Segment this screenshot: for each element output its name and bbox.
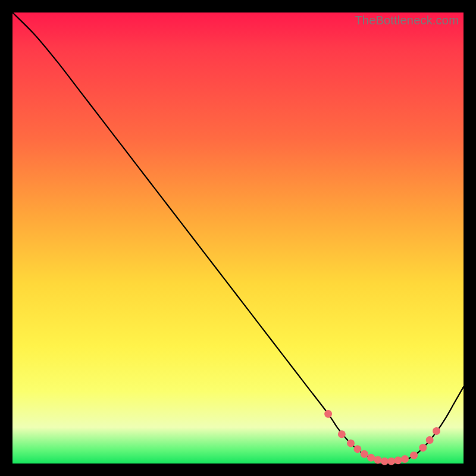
- plot-area: TheBottleneck.com: [12, 12, 464, 464]
- highlight-dot: [367, 454, 375, 462]
- curve-layer: [12, 12, 464, 464]
- highlight-dot: [419, 444, 427, 452]
- highlight-dot: [401, 455, 409, 463]
- highlight-dot: [410, 452, 418, 459]
- highlight-dot: [324, 410, 332, 418]
- highlight-dot: [433, 427, 440, 435]
- highlight-dot: [426, 436, 434, 444]
- highlight-dot: [353, 445, 361, 453]
- highlight-dot: [338, 430, 346, 438]
- highlight-dot: [361, 450, 368, 458]
- highlight-dot: [381, 458, 389, 465]
- highlight-dot: [387, 458, 395, 465]
- highlight-dot: [394, 456, 402, 464]
- chart-frame: TheBottleneck.com: [0, 0, 476, 476]
- bottleneck-curve: [12, 12, 464, 462]
- highlight-dot: [347, 439, 355, 447]
- highlight-dot: [374, 456, 381, 464]
- highlight-dots: [324, 410, 440, 465]
